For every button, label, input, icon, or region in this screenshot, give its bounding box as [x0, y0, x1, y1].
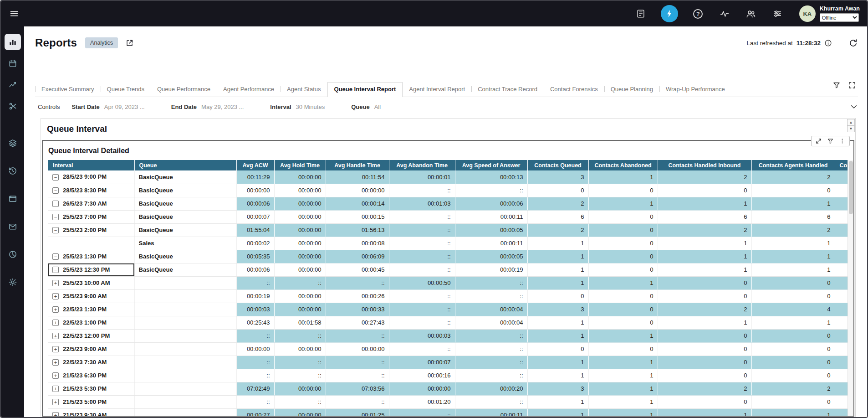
value-cell[interactable]: :: [455, 369, 527, 382]
queue-cell[interactable]: BasicQueue [134, 184, 236, 197]
value-cell[interactable]: 1 [751, 408, 835, 416]
value-cell[interactable]: 4 [751, 303, 835, 316]
value-cell[interactable]: 00:00:00 [274, 197, 326, 210]
queue-cell[interactable]: BasicQueue [134, 223, 236, 237]
control-interval[interactable]: Interval30 Minutes [270, 103, 325, 110]
queue-cell[interactable]: BasicQueue [134, 197, 236, 210]
value-cell[interactable]: 00:05:35 [236, 250, 274, 263]
column-header-avg-hold-time[interactable]: Avg Hold Time [274, 160, 326, 170]
value-cell[interactable]: 0 [751, 395, 835, 408]
value-cell[interactable]: :: [274, 329, 326, 342]
value-cell[interactable]: 00:00:07 [236, 210, 274, 223]
value-cell[interactable]: 1 [527, 369, 588, 382]
value-cell[interactable]: :: [326, 329, 389, 342]
value-cell[interactable]: 00:00:04 [455, 316, 527, 329]
value-cell[interactable]: :: [455, 276, 527, 289]
queue-cell[interactable] [134, 382, 236, 395]
value-cell[interactable]: 1 [658, 263, 751, 276]
value-cell[interactable]: 00:00:50 [389, 276, 455, 289]
value-cell[interactable]: 3 [527, 303, 588, 316]
value-cell[interactable]: 00:01:25 [326, 408, 389, 416]
value-cell[interactable]: :: [389, 303, 455, 316]
value-cell[interactable]: 01:55:04 [236, 223, 274, 237]
value-cell[interactable]: 00:06:09 [326, 250, 389, 263]
tab-agent-status[interactable]: Agent Status [281, 83, 327, 97]
sidebar-item-mail[interactable] [5, 218, 21, 235]
tab-agent-performance[interactable]: Agent Performance [217, 83, 281, 97]
interval-cell[interactable]: −25/5/23 7:00 PM [48, 210, 134, 223]
value-cell[interactable]: :: [389, 210, 455, 223]
notes-icon[interactable] [634, 7, 647, 20]
value-cell[interactable]: :: [389, 237, 455, 250]
value-cell[interactable]: 0 [751, 289, 835, 303]
column-header-contacts-abandoned[interactable]: Contacts Abandoned [588, 160, 658, 170]
expand-row-icon[interactable]: + [52, 359, 59, 366]
value-cell[interactable]: 00:27:43 [326, 316, 389, 329]
value-cell[interactable]: 00:00:00 [274, 170, 326, 184]
value-cell[interactable]: 00:00:00 [236, 184, 274, 197]
collapse-row-icon[interactable]: − [52, 253, 59, 260]
value-cell[interactable]: 00:00:11 [455, 237, 527, 250]
value-cell[interactable]: 1 [658, 197, 751, 210]
collapse-row-icon[interactable]: − [52, 227, 59, 233]
value-cell[interactable]: 0 [658, 329, 751, 342]
interval-cell[interactable]: −25/5/23 1:30 PM [48, 250, 134, 263]
value-cell[interactable]: 6 [751, 210, 835, 223]
control-queue[interactable]: QueueAll [351, 103, 381, 110]
expand-row-icon[interactable]: + [52, 333, 59, 339]
value-cell[interactable]: 00:00:13 [455, 170, 527, 184]
value-cell[interactable]: 00:00:45 [326, 263, 389, 276]
column-header-contacts-handled-inbound[interactable]: Contacts Handled Inbound [658, 160, 751, 170]
interval-cell[interactable]: +22/5/23 9:00 AM [48, 342, 134, 356]
value-cell[interactable]: 3 [527, 382, 588, 395]
interval-cell[interactable]: +21/5/23 9:30 AM [48, 408, 134, 416]
sidebar-item-settings[interactable] [5, 274, 21, 290]
queue-cell[interactable] [134, 276, 236, 289]
control-end-date[interactable]: End DateMay 29, 2023 ... [171, 103, 244, 110]
queue-cell[interactable] [134, 316, 236, 329]
value-cell[interactable]: :: [274, 395, 326, 408]
tab-executive-summary[interactable]: Executive Summary [35, 83, 101, 97]
value-cell[interactable]: 00:00:02 [236, 237, 274, 250]
value-cell[interactable]: 0 [588, 342, 658, 356]
value-cell[interactable]: 00:00:00 [274, 263, 326, 276]
value-cell[interactable]: 1 [751, 197, 835, 210]
value-cell[interactable]: :: [326, 276, 389, 289]
collapse-row-icon[interactable]: − [52, 267, 59, 273]
value-cell[interactable]: 0 [588, 250, 658, 263]
queue-cell[interactable]: BasicQueue [134, 210, 236, 223]
value-cell[interactable]: 0 [588, 210, 658, 223]
value-cell[interactable]: 0 [527, 342, 588, 356]
value-cell[interactable]: :: [455, 395, 527, 408]
value-cell[interactable]: 0 [527, 184, 588, 197]
value-cell[interactable]: 2 [751, 223, 835, 237]
value-cell[interactable]: 0 [751, 356, 835, 369]
value-cell[interactable]: 0 [751, 184, 835, 197]
value-cell[interactable]: 1 [751, 250, 835, 263]
value-cell[interactable]: 1 [658, 408, 751, 416]
value-cell[interactable]: 1 [588, 356, 658, 369]
value-cell[interactable]: 1 [658, 316, 751, 329]
value-cell[interactable]: 1 [588, 329, 658, 342]
expand-row-icon[interactable]: + [52, 293, 59, 299]
value-cell[interactable]: 1 [588, 382, 658, 395]
value-cell[interactable]: :: [236, 276, 274, 289]
value-cell[interactable]: :: [236, 356, 274, 369]
value-cell[interactable]: 1 [527, 408, 588, 416]
value-cell[interactable]: 1 [527, 237, 588, 250]
value-cell[interactable]: 0 [588, 223, 658, 237]
column-header-avg-abandon-time[interactable]: Avg Abandon Time [389, 160, 455, 170]
value-cell[interactable]: :: [389, 223, 455, 237]
tab-queue-performance[interactable]: Queue Performance [151, 83, 217, 97]
interval-cell[interactable]: +22/5/23 7:30 AM [48, 356, 134, 369]
value-cell[interactable]: 0 [588, 184, 658, 197]
queue-cell[interactable] [134, 303, 236, 316]
value-cell[interactable]: 3 [527, 170, 588, 184]
value-cell[interactable]: 00:00:00 [274, 184, 326, 197]
tab-contract-trace-record[interactable]: Contract Trace Record [471, 83, 544, 97]
interval-cell[interactable]: +25/5/23 9:00 AM [48, 289, 134, 303]
value-cell[interactable]: 00:00:00 [274, 408, 326, 416]
value-cell[interactable]: 2 [658, 382, 751, 395]
column-header-contacts-queued[interactable]: Contacts Queued [527, 160, 588, 170]
help-icon[interactable]: ? [692, 7, 705, 20]
